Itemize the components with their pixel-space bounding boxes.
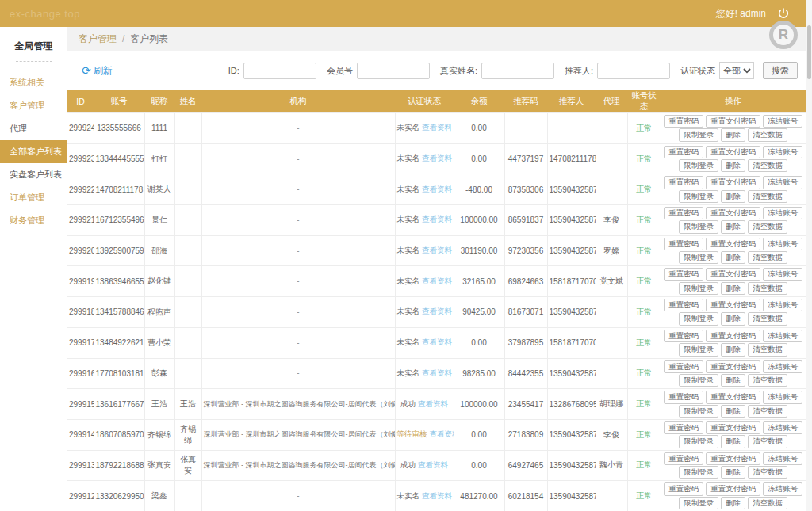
reset-pay-password-button[interactable]: 重置支付密码 [706,238,760,250]
view-profile-link[interactable]: 查看资料 [422,123,452,132]
reset-password-button[interactable]: 重置密码 [664,268,703,280]
auth-status-select[interactable]: 全部 [719,62,754,79]
restrict-login-button[interactable]: 限制登录 [679,374,718,387]
restrict-login-button[interactable]: 限制登录 [679,251,718,264]
restrict-login-button[interactable]: 限制登录 [679,497,718,509]
search-button[interactable]: 搜索 [763,62,798,79]
delete-button[interactable]: 删除 [721,282,745,295]
reset-pay-password-button[interactable]: 重置支付密码 [706,115,760,128]
reset-password-button[interactable]: 重置密码 [664,421,703,434]
freeze-account-button[interactable]: 冻结账号 [763,421,802,434]
delete-button[interactable]: 删除 [721,312,745,325]
referrer-filter-input[interactable] [597,63,670,79]
refresh-button[interactable]: ⟳ 刷新 [82,64,113,78]
freeze-account-button[interactable]: 冻结账号 [763,238,802,250]
restrict-login-button[interactable]: 限制登录 [679,343,718,356]
reset-password-button[interactable]: 重置密码 [664,452,703,465]
clear-data-button[interactable]: 清空数据 [748,220,787,233]
view-profile-link[interactable]: 查看资料 [418,460,448,469]
reset-pay-password-button[interactable]: 重置支付密码 [706,176,760,189]
power-logout-icon[interactable] [777,7,790,20]
view-profile-link[interactable]: 查看资料 [422,154,452,162]
clear-data-button[interactable]: 清空数据 [748,190,787,203]
freeze-account-button[interactable]: 冻结账号 [763,268,802,280]
reset-pay-password-button[interactable]: 重置支付密码 [706,360,760,373]
clear-data-button[interactable]: 清空数据 [748,343,787,356]
freeze-account-button[interactable]: 冻结账号 [763,482,802,495]
restrict-login-button[interactable]: 限制登录 [679,282,718,295]
scrollbar-thumb[interactable] [807,25,811,79]
reset-password-button[interactable]: 重置密码 [664,482,703,495]
id-filter-input[interactable] [243,63,316,79]
reset-password-button[interactable]: 重置密码 [664,146,703,158]
view-profile-link[interactable]: 查看资料 [422,307,452,315]
reset-password-button[interactable]: 重置密码 [664,330,703,342]
reset-password-button[interactable]: 重置密码 [664,360,703,373]
restrict-login-button[interactable]: 限制登录 [679,312,718,325]
reset-password-button[interactable]: 重置密码 [664,238,703,250]
reset-pay-password-button[interactable]: 重置支付密码 [706,421,760,434]
reset-password-button[interactable]: 重置密码 [664,299,703,311]
restrict-login-button[interactable]: 限制登录 [679,159,718,172]
sidebar-item[interactable]: 订单管理 [0,186,67,209]
freeze-account-button[interactable]: 冻结账号 [763,452,802,465]
member-filter-input[interactable] [357,63,430,79]
sidebar-item[interactable]: 实盘客户列表 [0,163,67,186]
reset-password-button[interactable]: 重置密码 [664,176,703,189]
clear-data-button[interactable]: 清空数据 [748,282,787,295]
freeze-account-button[interactable]: 冻结账号 [763,146,802,158]
clear-data-button[interactable]: 清空数据 [748,497,787,509]
delete-button[interactable]: 删除 [721,251,745,264]
delete-button[interactable]: 删除 [721,405,745,418]
breadcrumb-item-customer-management[interactable]: 客户管理 [79,32,117,46]
reset-pay-password-button[interactable]: 重置支付密码 [706,482,760,495]
restrict-login-button[interactable]: 限制登录 [679,466,718,479]
sidebar-item[interactable]: 代理 [0,117,67,140]
sidebar-item[interactable]: 全部客户列表 [0,140,67,163]
reset-pay-password-button[interactable]: 重置支付密码 [706,299,760,311]
realname-filter-input[interactable] [481,63,554,79]
delete-button[interactable]: 删除 [721,220,745,233]
freeze-account-button[interactable]: 冻结账号 [763,115,802,128]
freeze-account-button[interactable]: 冻结账号 [763,360,802,373]
delete-button[interactable]: 删除 [721,466,745,479]
view-profile-link[interactable]: 查看资料 [422,185,452,193]
view-profile-link[interactable]: 查看资料 [422,246,452,254]
reset-pay-password-button[interactable]: 重置支付密码 [706,452,760,465]
reset-pay-password-button[interactable]: 重置支付密码 [706,391,760,403]
freeze-account-button[interactable]: 冻结账号 [763,391,802,403]
delete-button[interactable]: 删除 [721,497,745,509]
reset-password-button[interactable]: 重置密码 [664,391,703,403]
reset-pay-password-button[interactable]: 重置支付密码 [706,330,760,342]
delete-button[interactable]: 删除 [721,159,745,172]
view-profile-link[interactable]: 查看资料 [422,337,452,346]
clear-data-button[interactable]: 清空数据 [748,312,787,325]
clear-data-button[interactable]: 清空数据 [748,435,787,448]
view-profile-link[interactable]: 查看资料 [418,399,448,408]
clear-data-button[interactable]: 清空数据 [748,405,787,418]
restrict-login-button[interactable]: 限制登录 [679,405,718,418]
reset-password-button[interactable]: 重置密码 [664,207,703,219]
freeze-account-button[interactable]: 冻结账号 [763,176,802,189]
clear-data-button[interactable]: 清空数据 [748,159,787,172]
vertical-scrollbar[interactable] [806,0,812,511]
reset-pay-password-button[interactable]: 重置支付密码 [706,207,760,219]
sidebar-item[interactable]: 系统相关 [0,71,67,94]
view-profile-link[interactable]: 查看资料 [430,429,454,438]
delete-button[interactable]: 删除 [721,374,745,387]
clear-data-button[interactable]: 清空数据 [748,374,787,387]
view-profile-link[interactable]: 查看资料 [422,491,452,500]
view-profile-link[interactable]: 查看资料 [422,276,452,285]
delete-button[interactable]: 删除 [721,435,745,448]
reset-pay-password-button[interactable]: 重置支付密码 [706,146,760,158]
delete-button[interactable]: 删除 [721,190,745,203]
restrict-login-button[interactable]: 限制登录 [679,190,718,203]
clear-data-button[interactable]: 清空数据 [748,128,787,141]
reset-pay-password-button[interactable]: 重置支付密码 [706,268,760,280]
view-profile-link[interactable]: 查看资料 [422,215,452,223]
freeze-account-button[interactable]: 冻结账号 [763,207,802,219]
delete-button[interactable]: 删除 [721,128,745,141]
reset-password-button[interactable]: 重置密码 [664,115,703,128]
clear-data-button[interactable]: 清空数据 [748,466,787,479]
sidebar-item[interactable]: 财务管理 [0,209,67,232]
